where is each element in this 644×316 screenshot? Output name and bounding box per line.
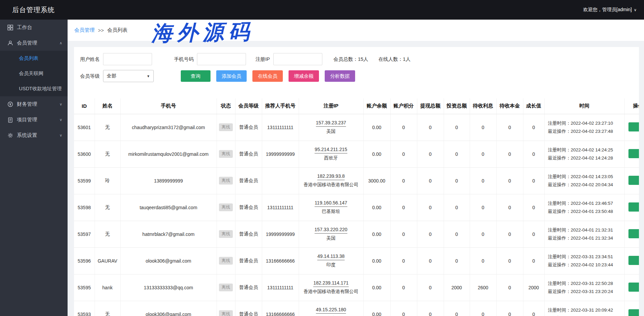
cell-time: 注册时间：2022-04-02 14:23:05 最近操作：2022-04-02…	[544, 167, 624, 194]
cell-pending-interest: 0	[470, 167, 496, 194]
table-row: 53596 GAURAV olook306@gmail.com 离线 普通会员 …	[74, 247, 639, 274]
row-action-button[interactable]	[628, 149, 639, 158]
last-operation-time: 最近操作：2022-04-01 21:32:34	[548, 234, 624, 242]
cell-referrer-phone: 19999999999	[262, 141, 299, 167]
members-table: ID姓名手机号状态会员等级推荐人手机号注册IP账户余额账户积分提现总额投资总额待…	[74, 98, 639, 316]
breadcrumb-section[interactable]: 会员管理	[74, 27, 95, 33]
row-action-button[interactable]	[628, 283, 639, 292]
cell-growth-value: 0	[523, 247, 544, 274]
cell-referrer-phone: 19999999999	[262, 221, 299, 247]
cell-invest-total: 0	[444, 221, 470, 247]
sidebar-item-finance-management[interactable]: 财务管理 ∨	[0, 96, 68, 112]
cell-name: 无	[95, 221, 120, 247]
cell-name: 无	[95, 194, 120, 221]
member-list-panel: 用户姓名 手机号码 注册IP 会员总数：15人 在线人数：1人	[74, 47, 639, 316]
cell-status: 离线	[217, 221, 235, 247]
row-action-button[interactable]	[628, 229, 639, 238]
status-badge: 离线	[219, 310, 233, 316]
online-members-button[interactable]: 在线会员	[252, 70, 283, 82]
table-row: 53601 无 chaudharyprizam3172@gmail.com 离线…	[74, 114, 639, 141]
cell-register-ip: 157.33.220.220 美国	[299, 221, 363, 247]
cell-withdraw-total: 0	[417, 167, 444, 194]
cell-growth-value: 0	[523, 141, 544, 167]
table-row: 53599 玲 13899999999 离线 普通会员 182.239.93.8…	[74, 167, 639, 194]
row-action-button[interactable]	[628, 122, 639, 131]
sidebar-item-label: 项目管理	[17, 117, 37, 123]
column-header: 操作	[624, 98, 639, 114]
table-header-row: ID姓名手机号状态会员等级推荐人手机号注册IP账户余额账户积分提现总额投资总额待…	[74, 98, 639, 114]
cell-member-level: 普通会员	[235, 221, 262, 247]
cell-points: 0	[390, 141, 417, 167]
row-action-button[interactable]	[628, 202, 639, 212]
cell-pending-interest: 0	[470, 194, 496, 221]
ip-address: 182.239.114.171	[313, 280, 348, 287]
table-body: 53601 无 chaudharyprizam3172@gmail.com 离线…	[74, 114, 639, 316]
breadcrumb-page: 会员列表	[107, 27, 128, 33]
analyze-data-button[interactable]: 分析数据	[325, 70, 355, 82]
member-management-submenu: 会员列表 会员关联网 USDT收款地址管理	[0, 51, 68, 96]
sidebar-item-member-list[interactable]: 会员列表	[0, 51, 68, 66]
cell-time: 注册时间：2022-04-02 23:27:10 最近操作：2022-04-02…	[544, 114, 624, 141]
sidebar-item-system-settings[interactable]: 系统设置 ∨	[0, 127, 68, 143]
cell-status: 离线	[217, 141, 235, 167]
register-time: 注册时间：2022-04-02 14:24:25	[548, 146, 624, 154]
cell-register-ip: 157.39.23.237 美国	[299, 114, 363, 141]
sidebar-item-member-relation-network[interactable]: 会员关联网	[0, 66, 68, 81]
cell-name: 无	[95, 301, 120, 316]
cell-pending-interest: 2600	[470, 274, 496, 301]
username-input[interactable]	[103, 53, 152, 65]
cell-member-id: 53598	[74, 194, 95, 221]
member-level-select[interactable]: 全部 ▼	[103, 70, 154, 82]
cell-invest-total: 0	[444, 194, 470, 221]
cell-time: 注册时间：2022-04-02 14:24:25 最近操作：2022-04-02…	[544, 141, 624, 167]
clipboard-icon	[7, 117, 13, 123]
cell-points: 0	[390, 167, 417, 194]
cell-operations	[624, 247, 639, 274]
sidebar-item-usdt-address-management[interactable]: USDT收款地址管理	[0, 81, 68, 96]
query-button[interactable]: 查询	[181, 70, 210, 82]
account-menu[interactable]: 欢迎您，管理员[admin] ∨	[583, 7, 637, 13]
cell-balance: 0.00	[363, 301, 390, 316]
cell-operations	[624, 114, 639, 141]
register-time: 注册时间：2022-04-02 14:23:05	[548, 173, 624, 181]
column-header: 注册IP	[299, 98, 363, 114]
column-header: 投资总额	[444, 98, 470, 114]
sidebar-item-member-management[interactable]: 会员管理 ∧	[0, 35, 68, 51]
register-time: 注册时间：2022-04-02 23:27:10	[548, 119, 624, 127]
sidebar-subitem-label: USDT收款地址管理	[19, 86, 61, 92]
cell-invest-total: 0	[444, 301, 470, 316]
member-level-label: 会员等级	[80, 73, 100, 79]
cell-pending-interest: 0	[470, 114, 496, 141]
cell-member-id: 53601	[74, 114, 95, 141]
register-ip-input[interactable]	[273, 53, 322, 65]
row-action-button[interactable]	[628, 256, 639, 265]
row-action-button[interactable]	[628, 176, 639, 185]
column-header: 待收利息	[470, 98, 496, 114]
row-action-button[interactable]	[628, 309, 639, 316]
column-header: 姓名	[95, 98, 120, 114]
cell-member-level: 普通会员	[235, 194, 262, 221]
cell-register-ip: 49.14.113.38 印度	[299, 247, 363, 274]
sidebar-item-label: 系统设置	[17, 132, 37, 139]
cell-withdraw-total: 0	[417, 194, 444, 221]
cell-status: 离线	[217, 274, 235, 301]
cell-operations	[624, 141, 639, 167]
adjust-balance-button[interactable]: 增减余额	[289, 70, 319, 82]
sidebar-item-workbench[interactable]: 工作台	[0, 20, 68, 35]
sidebar-subitem-label: 会员列表	[19, 55, 39, 62]
cell-balance: 0.00	[363, 194, 390, 221]
cell-referrer-phone	[262, 167, 299, 194]
register-time: 注册时间：2022-04-01 21:32:31	[548, 226, 624, 234]
member-level-selected-value: 全部	[107, 73, 116, 79]
column-header: 会员等级	[235, 98, 262, 114]
cell-phone: 13133333333@qq.com	[120, 274, 217, 301]
add-member-button[interactable]: 添加会员	[216, 70, 247, 82]
column-header: 提现总额	[417, 98, 444, 114]
cell-member-level: 普通会员	[235, 114, 262, 141]
cell-growth-value: 0	[523, 194, 544, 221]
sidebar-item-project-management[interactable]: 项目管理 ∨	[0, 112, 68, 127]
cell-member-level: 普通会员	[235, 301, 262, 316]
cell-pending-interest: 0	[470, 141, 496, 167]
cell-pending-principal: 0	[496, 194, 523, 221]
phone-input[interactable]	[197, 53, 246, 65]
